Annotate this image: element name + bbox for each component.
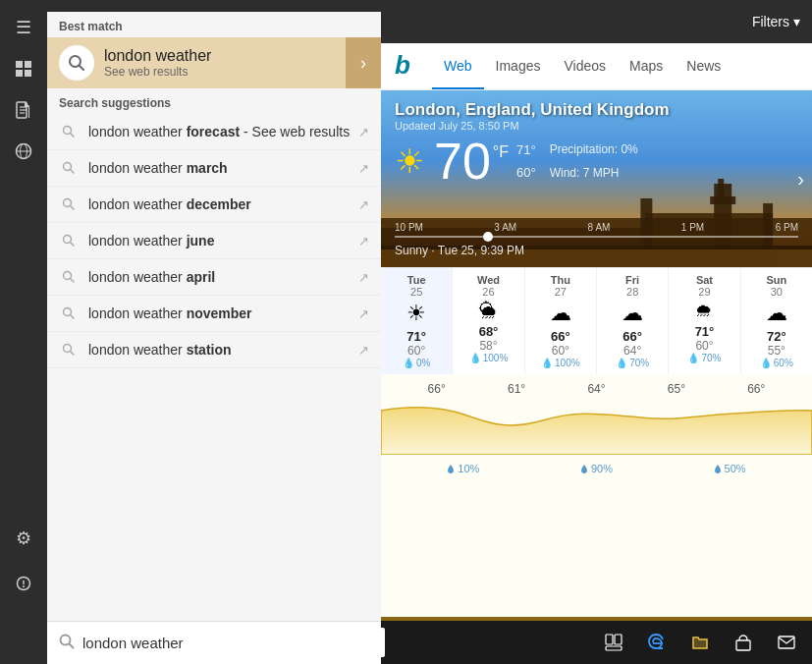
taskbar-mail-icon[interactable] bbox=[769, 625, 804, 660]
suggestion-arrow-4[interactable]: ↗ bbox=[358, 270, 369, 285]
graph-temp-labels: 66° 61° 64° 65° 66° bbox=[381, 382, 812, 396]
forecast-lo-2: 60° bbox=[552, 344, 569, 358]
tab-images[interactable]: Images bbox=[484, 43, 553, 89]
weather-hi: 71° bbox=[516, 142, 536, 157]
forecast-day-sun30[interactable]: Sun 30 ☁ 72° 55° 💧60% bbox=[741, 268, 812, 374]
hamburger-menu-icon[interactable]: ☰ bbox=[4, 8, 43, 47]
forecast-day-fri28[interactable]: Fri 28 ☁ 66° 64° 💧70% bbox=[597, 268, 669, 374]
suggestion-search-icon-2 bbox=[59, 194, 79, 214]
forecast-lo-4: 60° bbox=[695, 339, 713, 353]
weather-next-arrow[interactable]: › bbox=[797, 168, 804, 191]
svg-rect-0 bbox=[16, 61, 23, 68]
best-match-item[interactable]: london weather See web results › bbox=[47, 37, 381, 88]
suggestions-label: Search suggestions bbox=[47, 88, 381, 114]
globe-icon[interactable] bbox=[4, 132, 43, 171]
forecast-hi-0: 71° bbox=[406, 329, 426, 344]
forecast-precip-5: 💧60% bbox=[760, 358, 793, 368]
suggestion-arrow-3[interactable]: ↗ bbox=[358, 234, 369, 249]
svg-line-25 bbox=[71, 279, 75, 283]
weather-timeline-container: 10 PM 3 AM 8 AM 1 PM 6 PM bbox=[395, 222, 798, 238]
forecast-hi-3: 66° bbox=[623, 329, 642, 344]
forecast-icon-5: ☁ bbox=[766, 301, 787, 326]
svg-rect-2 bbox=[16, 70, 23, 77]
suggestion-search-icon-4 bbox=[59, 267, 79, 287]
svg-rect-3 bbox=[25, 70, 31, 77]
weather-location: London, England, United Kingdom bbox=[395, 100, 670, 120]
feedback-icon[interactable] bbox=[4, 564, 43, 603]
suggestion-item-march[interactable]: london weather march ↗ bbox=[47, 150, 381, 187]
forecast-day-thu27[interactable]: Thu 27 ☁ 66° 60° 💧100% bbox=[525, 268, 597, 374]
settings-icon[interactable]: ⚙ bbox=[4, 519, 43, 558]
suggestion-arrow-0[interactable]: ↗ bbox=[358, 125, 369, 139]
condition-text: Sunny bbox=[395, 244, 428, 257]
best-match-arrow-button[interactable]: › bbox=[346, 37, 381, 88]
svg-line-19 bbox=[71, 170, 75, 174]
temperature-chart-svg bbox=[381, 396, 812, 455]
forecast-day-num-2: 27 bbox=[555, 286, 567, 298]
sidebar: ☰ ⚙ bbox=[0, 0, 47, 664]
taskbar-store-icon[interactable] bbox=[726, 625, 761, 660]
taskbar-task-view[interactable] bbox=[596, 625, 631, 660]
svg-line-17 bbox=[71, 134, 75, 138]
suggestion-arrow-5[interactable]: ↗ bbox=[358, 306, 369, 321]
graph-temp-0: 66° bbox=[428, 382, 446, 396]
forecast-day-num-1: 26 bbox=[482, 286, 494, 298]
taskbar-edge-icon[interactable] bbox=[639, 625, 675, 660]
bing-logo: b bbox=[393, 50, 420, 83]
forecast-day-num-5: 30 bbox=[771, 286, 783, 298]
forecast-day-name-2: Thu bbox=[551, 274, 570, 286]
forecast-day-num-3: 28 bbox=[626, 286, 638, 298]
svg-rect-53 bbox=[606, 635, 613, 644]
search-input[interactable]: london weather bbox=[82, 635, 369, 651]
forecast-day-sat29[interactable]: Sat 29 🌧 71° 60° 💧70% bbox=[669, 268, 740, 374]
tab-news[interactable]: News bbox=[675, 43, 732, 89]
search-magnifier-icon bbox=[59, 45, 94, 81]
forecast-day-wed26[interactable]: Wed 26 🌦 68° 58° 💧100% bbox=[453, 268, 524, 374]
graph-precip-0: 10% bbox=[398, 463, 529, 474]
suggestion-item-station[interactable]: london weather station ↗ bbox=[47, 332, 381, 368]
svg-rect-55 bbox=[606, 646, 622, 650]
suggestion-search-icon-5 bbox=[59, 304, 79, 323]
bing-header: b Web Images Videos Maps News bbox=[381, 43, 812, 90]
suggestion-item-december[interactable]: london weather december ↗ bbox=[47, 187, 381, 223]
news-feed-icon[interactable] bbox=[4, 49, 43, 88]
suggestion-arrow-1[interactable]: ↗ bbox=[358, 161, 369, 176]
forecast-icon-4: 🌧 bbox=[695, 301, 713, 321]
bing-tabs: Web Images Videos Maps News bbox=[432, 43, 732, 89]
forecast-icon-3: ☁ bbox=[622, 301, 643, 326]
search-panel: Best match london weather See web result… bbox=[47, 0, 381, 664]
suggestion-item-june[interactable]: london weather june ↗ bbox=[47, 223, 381, 259]
best-match-label: Best match bbox=[47, 12, 381, 37]
suggestion-item-april[interactable]: london weather april ↗ bbox=[47, 259, 381, 296]
suggestion-text-5: london weather november bbox=[88, 305, 358, 321]
forecast-precip-0: 💧0% bbox=[403, 358, 430, 368]
forecast-precip-4: 💧70% bbox=[687, 353, 721, 363]
weather-precipitation: Precipitation: 0% bbox=[550, 138, 638, 161]
document-icon[interactable] bbox=[4, 90, 43, 130]
time-6pm: 6 PM bbox=[776, 222, 798, 233]
forecast-day-name-1: Wed bbox=[477, 274, 500, 286]
filters-button[interactable]: Filters ▾ bbox=[752, 14, 800, 29]
suggestion-arrow-6[interactable]: ↗ bbox=[358, 343, 369, 358]
svg-line-21 bbox=[71, 206, 75, 210]
suggestion-arrow-2[interactable]: ↗ bbox=[358, 197, 369, 212]
taskbar-file-explorer-icon[interactable] bbox=[682, 625, 718, 660]
suggestion-text-0: london weather forecast - See web result… bbox=[88, 124, 358, 139]
weather-condition: Sunny · Tue 25, 9:39 PM bbox=[395, 244, 524, 257]
suggestion-item-november[interactable]: london weather november ↗ bbox=[47, 296, 381, 332]
suggestion-text-1: london weather march bbox=[88, 160, 358, 176]
svg-rect-35 bbox=[710, 196, 735, 204]
suggestion-item-forecast[interactable]: london weather forecast - See web result… bbox=[47, 114, 381, 150]
forecast-day-tue25[interactable]: Tue 25 ☀ 71° 60° 💧0% bbox=[381, 268, 453, 374]
filters-text: Filters bbox=[752, 14, 789, 29]
forecast-hi-1: 68° bbox=[479, 324, 499, 339]
forecast-hi-2: 66° bbox=[551, 329, 570, 344]
tab-web[interactable]: Web bbox=[432, 43, 484, 89]
time-8am: 8 AM bbox=[588, 222, 611, 233]
tab-maps[interactable]: Maps bbox=[618, 43, 675, 89]
svg-line-23 bbox=[71, 243, 75, 247]
forecast-lo-3: 64° bbox=[623, 344, 641, 358]
svg-rect-58 bbox=[779, 636, 794, 648]
forecast-lo-0: 60° bbox=[407, 344, 425, 358]
tab-videos[interactable]: Videos bbox=[552, 43, 618, 89]
